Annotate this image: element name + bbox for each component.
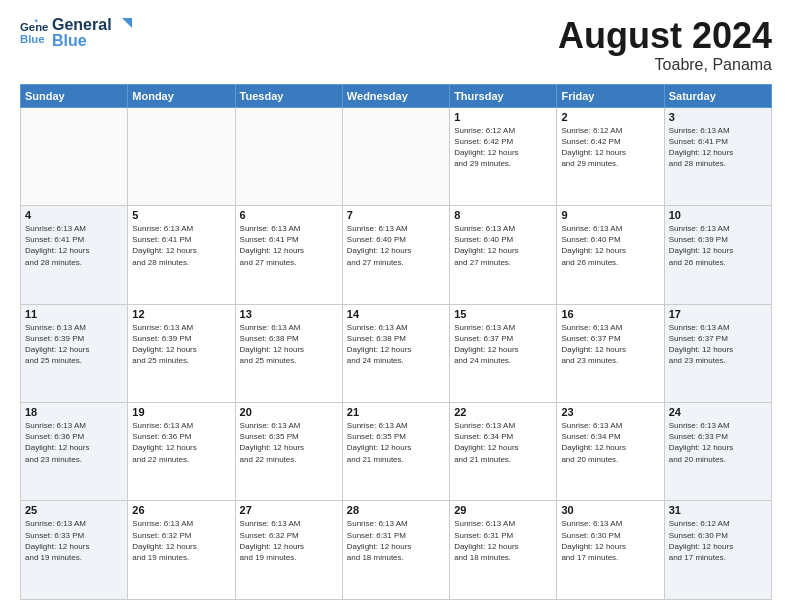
calendar-cell-5-7: 31Sunrise: 6:12 AM Sunset: 6:30 PM Dayli… — [664, 501, 771, 600]
day-number: 25 — [25, 504, 123, 516]
day-number: 6 — [240, 209, 338, 221]
day-number: 9 — [561, 209, 659, 221]
calendar-cell-2-5: 8Sunrise: 6:13 AM Sunset: 6:40 PM Daylig… — [450, 206, 557, 304]
calendar-cell-3-5: 15Sunrise: 6:13 AM Sunset: 6:37 PM Dayli… — [450, 304, 557, 402]
calendar-cell-2-7: 10Sunrise: 6:13 AM Sunset: 6:39 PM Dayli… — [664, 206, 771, 304]
day-info: Sunrise: 6:13 AM Sunset: 6:37 PM Dayligh… — [669, 322, 767, 367]
calendar-cell-1-2 — [128, 107, 235, 205]
day-number: 7 — [347, 209, 445, 221]
day-number: 17 — [669, 308, 767, 320]
calendar-cell-1-5: 1Sunrise: 6:12 AM Sunset: 6:42 PM Daylig… — [450, 107, 557, 205]
calendar-week-1: 1Sunrise: 6:12 AM Sunset: 6:42 PM Daylig… — [21, 107, 772, 205]
col-friday: Friday — [557, 84, 664, 107]
calendar-cell-4-3: 20Sunrise: 6:13 AM Sunset: 6:35 PM Dayli… — [235, 403, 342, 501]
logo-line2: Blue — [52, 32, 132, 50]
day-info: Sunrise: 6:13 AM Sunset: 6:31 PM Dayligh… — [347, 518, 445, 563]
day-info: Sunrise: 6:13 AM Sunset: 6:30 PM Dayligh… — [561, 518, 659, 563]
day-info: Sunrise: 6:13 AM Sunset: 6:35 PM Dayligh… — [347, 420, 445, 465]
svg-text:Blue: Blue — [20, 33, 45, 45]
calendar-cell-2-1: 4Sunrise: 6:13 AM Sunset: 6:41 PM Daylig… — [21, 206, 128, 304]
day-info: Sunrise: 6:13 AM Sunset: 6:41 PM Dayligh… — [25, 223, 123, 268]
calendar-table: Sunday Monday Tuesday Wednesday Thursday… — [20, 84, 772, 600]
calendar-cell-5-6: 30Sunrise: 6:13 AM Sunset: 6:30 PM Dayli… — [557, 501, 664, 600]
calendar-cell-5-4: 28Sunrise: 6:13 AM Sunset: 6:31 PM Dayli… — [342, 501, 449, 600]
calendar-cell-3-2: 12Sunrise: 6:13 AM Sunset: 6:39 PM Dayli… — [128, 304, 235, 402]
page: General Blue General Blue August 2024 To… — [0, 0, 792, 612]
day-info: Sunrise: 6:13 AM Sunset: 6:33 PM Dayligh… — [669, 420, 767, 465]
calendar-cell-3-4: 14Sunrise: 6:13 AM Sunset: 6:38 PM Dayli… — [342, 304, 449, 402]
day-info: Sunrise: 6:13 AM Sunset: 6:35 PM Dayligh… — [240, 420, 338, 465]
calendar-cell-2-2: 5Sunrise: 6:13 AM Sunset: 6:41 PM Daylig… — [128, 206, 235, 304]
day-number: 28 — [347, 504, 445, 516]
calendar-week-5: 25Sunrise: 6:13 AM Sunset: 6:33 PM Dayli… — [21, 501, 772, 600]
day-info: Sunrise: 6:13 AM Sunset: 6:39 PM Dayligh… — [25, 322, 123, 367]
calendar-cell-4-1: 18Sunrise: 6:13 AM Sunset: 6:36 PM Dayli… — [21, 403, 128, 501]
calendar-cell-4-7: 24Sunrise: 6:13 AM Sunset: 6:33 PM Dayli… — [664, 403, 771, 501]
col-monday: Monday — [128, 84, 235, 107]
calendar-cell-5-1: 25Sunrise: 6:13 AM Sunset: 6:33 PM Dayli… — [21, 501, 128, 600]
day-number: 30 — [561, 504, 659, 516]
day-number: 3 — [669, 111, 767, 123]
day-number: 2 — [561, 111, 659, 123]
col-tuesday: Tuesday — [235, 84, 342, 107]
logo-icon: General Blue — [20, 19, 48, 47]
calendar-cell-4-6: 23Sunrise: 6:13 AM Sunset: 6:34 PM Dayli… — [557, 403, 664, 501]
svg-marker-3 — [122, 18, 132, 28]
day-info: Sunrise: 6:13 AM Sunset: 6:38 PM Dayligh… — [347, 322, 445, 367]
calendar-cell-5-5: 29Sunrise: 6:13 AM Sunset: 6:31 PM Dayli… — [450, 501, 557, 600]
day-info: Sunrise: 6:12 AM Sunset: 6:42 PM Dayligh… — [454, 125, 552, 170]
calendar-cell-5-3: 27Sunrise: 6:13 AM Sunset: 6:32 PM Dayli… — [235, 501, 342, 600]
day-info: Sunrise: 6:13 AM Sunset: 6:37 PM Dayligh… — [561, 322, 659, 367]
calendar-cell-3-3: 13Sunrise: 6:13 AM Sunset: 6:38 PM Dayli… — [235, 304, 342, 402]
location-subtitle: Toabre, Panama — [558, 56, 772, 74]
col-wednesday: Wednesday — [342, 84, 449, 107]
day-number: 13 — [240, 308, 338, 320]
day-info: Sunrise: 6:13 AM Sunset: 6:37 PM Dayligh… — [454, 322, 552, 367]
calendar-week-2: 4Sunrise: 6:13 AM Sunset: 6:41 PM Daylig… — [21, 206, 772, 304]
day-info: Sunrise: 6:13 AM Sunset: 6:39 PM Dayligh… — [132, 322, 230, 367]
col-sunday: Sunday — [21, 84, 128, 107]
calendar-cell-2-4: 7Sunrise: 6:13 AM Sunset: 6:40 PM Daylig… — [342, 206, 449, 304]
day-info: Sunrise: 6:13 AM Sunset: 6:34 PM Dayligh… — [561, 420, 659, 465]
calendar-cell-1-3 — [235, 107, 342, 205]
day-info: Sunrise: 6:13 AM Sunset: 6:41 PM Dayligh… — [669, 125, 767, 170]
day-info: Sunrise: 6:13 AM Sunset: 6:41 PM Dayligh… — [132, 223, 230, 268]
day-info: Sunrise: 6:13 AM Sunset: 6:32 PM Dayligh… — [240, 518, 338, 563]
day-number: 18 — [25, 406, 123, 418]
calendar-week-4: 18Sunrise: 6:13 AM Sunset: 6:36 PM Dayli… — [21, 403, 772, 501]
day-number: 8 — [454, 209, 552, 221]
calendar-cell-1-1 — [21, 107, 128, 205]
logo: General Blue General Blue — [20, 16, 132, 50]
day-number: 5 — [132, 209, 230, 221]
calendar-header-row: Sunday Monday Tuesday Wednesday Thursday… — [21, 84, 772, 107]
day-number: 24 — [669, 406, 767, 418]
day-info: Sunrise: 6:13 AM Sunset: 6:40 PM Dayligh… — [454, 223, 552, 268]
calendar-cell-1-6: 2Sunrise: 6:12 AM Sunset: 6:42 PM Daylig… — [557, 107, 664, 205]
day-info: Sunrise: 6:13 AM Sunset: 6:36 PM Dayligh… — [132, 420, 230, 465]
svg-text:General: General — [20, 21, 48, 33]
day-info: Sunrise: 6:13 AM Sunset: 6:40 PM Dayligh… — [561, 223, 659, 268]
day-info: Sunrise: 6:13 AM Sunset: 6:39 PM Dayligh… — [669, 223, 767, 268]
day-number: 15 — [454, 308, 552, 320]
day-number: 29 — [454, 504, 552, 516]
calendar-cell-4-2: 19Sunrise: 6:13 AM Sunset: 6:36 PM Dayli… — [128, 403, 235, 501]
day-info: Sunrise: 6:13 AM Sunset: 6:38 PM Dayligh… — [240, 322, 338, 367]
day-info: Sunrise: 6:13 AM Sunset: 6:36 PM Dayligh… — [25, 420, 123, 465]
day-info: Sunrise: 6:13 AM Sunset: 6:31 PM Dayligh… — [454, 518, 552, 563]
calendar-cell-4-5: 22Sunrise: 6:13 AM Sunset: 6:34 PM Dayli… — [450, 403, 557, 501]
day-number: 19 — [132, 406, 230, 418]
day-number: 10 — [669, 209, 767, 221]
day-number: 14 — [347, 308, 445, 320]
day-number: 31 — [669, 504, 767, 516]
calendar-cell-4-4: 21Sunrise: 6:13 AM Sunset: 6:35 PM Dayli… — [342, 403, 449, 501]
calendar-cell-3-6: 16Sunrise: 6:13 AM Sunset: 6:37 PM Dayli… — [557, 304, 664, 402]
col-thursday: Thursday — [450, 84, 557, 107]
day-number: 12 — [132, 308, 230, 320]
calendar-week-3: 11Sunrise: 6:13 AM Sunset: 6:39 PM Dayli… — [21, 304, 772, 402]
day-info: Sunrise: 6:13 AM Sunset: 6:40 PM Dayligh… — [347, 223, 445, 268]
calendar-cell-2-3: 6Sunrise: 6:13 AM Sunset: 6:41 PM Daylig… — [235, 206, 342, 304]
calendar-cell-1-4 — [342, 107, 449, 205]
day-number: 21 — [347, 406, 445, 418]
day-number: 11 — [25, 308, 123, 320]
logo-arrow-icon — [114, 18, 132, 32]
